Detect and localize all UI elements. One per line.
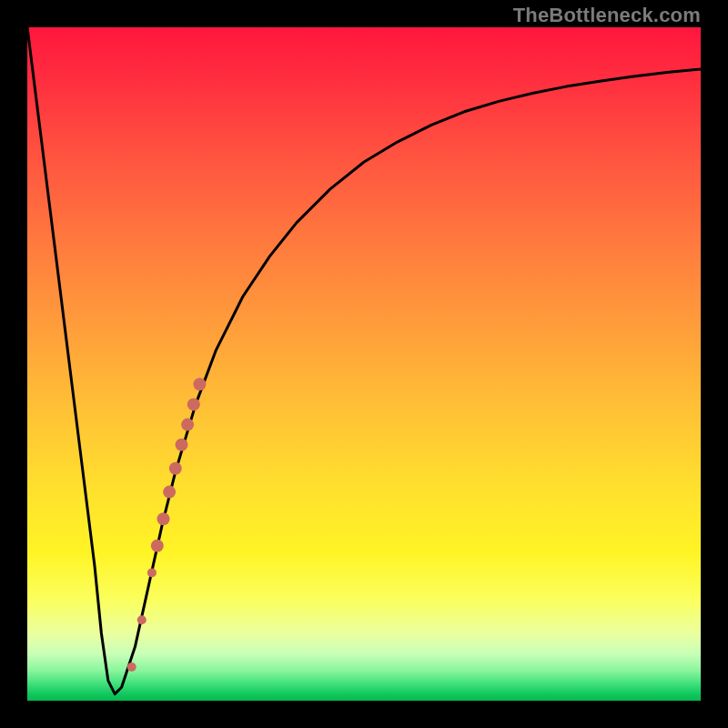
- data-marker: [176, 439, 188, 451]
- data-marker: [151, 540, 164, 552]
- data-marker: [193, 378, 206, 390]
- data-marker: [137, 615, 147, 624]
- data-marker: [157, 512, 170, 525]
- data-marker: [181, 419, 194, 431]
- curve-svg: [27, 27, 701, 701]
- plot-area: [27, 27, 701, 701]
- data-marker: [169, 462, 182, 475]
- watermark-text: TheBottleneck.com: [513, 4, 701, 27]
- data-marker: [147, 568, 157, 577]
- bottleneck-curve: [27, 27, 701, 694]
- data-marker: [187, 398, 200, 410]
- chart-frame: TheBottleneck.com: [0, 0, 728, 728]
- data-marker: [127, 662, 136, 672]
- data-marker: [163, 486, 176, 499]
